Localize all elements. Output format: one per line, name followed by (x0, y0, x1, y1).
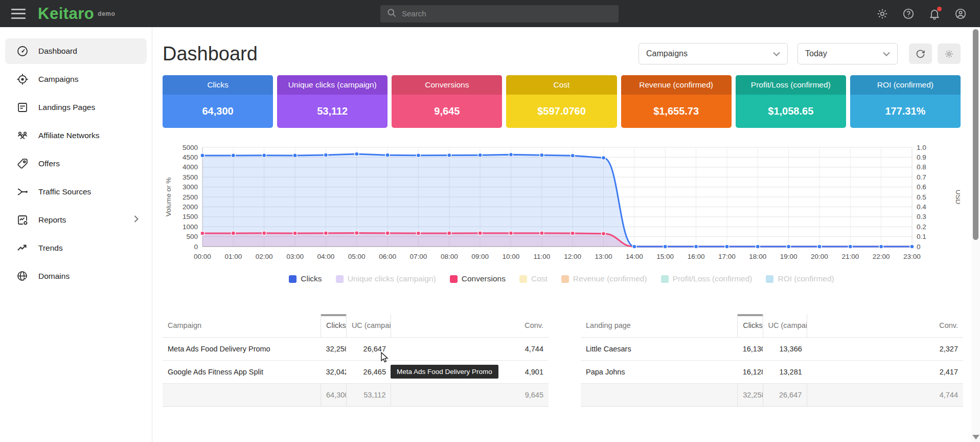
column-header-clicks[interactable]: Clicks (321, 314, 347, 337)
legend-swatch (519, 275, 527, 283)
legend-item-unique-clicks-campaign[interactable]: Unique clicks (campaign) (336, 274, 436, 283)
sidebar-item-traffic-sources[interactable]: Traffic Sources (5, 179, 147, 205)
row-value-cell: 16,130 (738, 337, 763, 360)
column-header-campaign[interactable]: Campaign (163, 314, 321, 337)
legend-item-cost[interactable]: Cost (519, 274, 548, 283)
totals-cell: 64,300 (321, 383, 347, 406)
svg-text:3500: 3500 (183, 173, 198, 181)
stat-card-conversions: Conversions9,645 (392, 75, 502, 128)
scrollbar-thumb[interactable] (973, 29, 978, 240)
legend-item-revenue-confirmed[interactable]: Revenue (confirmed) (561, 274, 647, 283)
row-value-cell: 4,744 (391, 337, 549, 360)
svg-text:15:00: 15:00 (656, 253, 674, 260)
global-search[interactable] (380, 5, 619, 23)
svg-text:2500: 2500 (183, 193, 198, 201)
svg-text:16:00: 16:00 (688, 253, 705, 260)
sidebar-item-landings-pages[interactable]: Landings Pages (5, 95, 147, 120)
svg-text:0.8: 0.8 (917, 163, 926, 171)
column-header-landing-page[interactable]: Landing page (581, 314, 738, 337)
scroll-down-arrow[interactable] (972, 435, 979, 439)
sidebar-item-label: Affiliate Networks (38, 131, 139, 140)
chart-canvas[interactable]: 005000.110000.215000.320000.425000.53000… (163, 141, 960, 267)
dashboard-settings-button[interactable] (938, 43, 961, 64)
sidebar-item-reports[interactable]: Reports (5, 207, 147, 233)
refresh-button[interactable] (909, 43, 932, 64)
sidebar-item-dashboard[interactable]: Dashboard (5, 38, 147, 64)
stat-card-profit-loss-confirmed: Profit/Loss (confirmed)$1,058.65 (736, 75, 846, 128)
row-value-cell: 26,647 (346, 337, 391, 360)
column-header-conv[interactable]: Conv. (807, 314, 963, 337)
help-icon[interactable] (902, 8, 915, 20)
sidebar-item-domains[interactable]: Domains (5, 263, 147, 289)
legend-swatch (336, 275, 344, 283)
legend-swatch (450, 275, 458, 283)
svg-text:14:00: 14:00 (626, 253, 643, 260)
legend-item-profit-loss-confirmed[interactable]: Profit/Loss (confirmed) (661, 274, 753, 283)
column-header-clicks[interactable]: Clicks (738, 314, 763, 337)
stat-cards-row: Clicks64,300Unique clicks (campaign)53,1… (163, 75, 961, 128)
legend-label: Unique clicks (campaign) (348, 274, 436, 283)
notifications-bell-icon[interactable] (928, 8, 941, 20)
svg-text:08:00: 08:00 (441, 253, 458, 260)
sidebar-item-trends[interactable]: Trends (5, 235, 147, 261)
svg-text:500: 500 (186, 233, 198, 240)
svg-text:00:00: 00:00 (194, 253, 211, 260)
grouping-select[interactable]: Campaigns (639, 43, 788, 64)
svg-text:07:00: 07:00 (410, 253, 427, 260)
stat-card-value: 64,300 (163, 95, 273, 128)
search-icon (386, 8, 397, 20)
legend-swatch (661, 275, 669, 283)
logo-suffix: demo (98, 10, 115, 17)
svg-text:20:00: 20:00 (811, 253, 828, 260)
svg-text:0: 0 (194, 243, 198, 251)
user-avatar-icon[interactable] (954, 8, 967, 20)
chevron-down-icon (876, 49, 890, 58)
date-range-select[interactable]: Today (797, 43, 898, 64)
legend-label: Profit/Loss (confirmed) (673, 274, 753, 283)
svg-text:19:00: 19:00 (780, 253, 797, 260)
stat-card-label: Clicks (163, 75, 273, 95)
svg-text:0: 0 (917, 243, 921, 251)
sidebar-item-affiliate-networks[interactable]: Affiliate Networks (5, 123, 147, 148)
row-value-cell: 2,327 (807, 337, 963, 360)
legend-item-clicks[interactable]: Clicks (289, 274, 322, 283)
dashboard-icon (16, 45, 29, 57)
sidebar-item-label: Landings Pages (38, 103, 139, 112)
chevron-down-icon (766, 49, 780, 58)
table-row[interactable]: Papa Johns16,12813,2812,417 (581, 360, 963, 383)
column-header-uc-campaign[interactable]: UC (campaign) (346, 314, 391, 337)
page-title: Dashboard (163, 43, 258, 65)
column-header-uc-campaign[interactable]: UC (campaign) (763, 314, 807, 337)
sidebar: DashboardCampaignsLandings PagesAffiliat… (0, 27, 152, 442)
sidebar-item-campaigns[interactable]: Campaigns (5, 67, 147, 92)
row-value-cell: 13,281 (763, 360, 807, 383)
svg-text:01:00: 01:00 (224, 253, 242, 260)
svg-text:Volume or %: Volume or % (165, 178, 172, 217)
svg-text:23:00: 23:00 (903, 253, 921, 260)
settings-gear-icon[interactable] (876, 8, 888, 20)
row-name-cell: Papa Johns (581, 360, 738, 383)
legend-item-roi-confirmed[interactable]: ROI (confirmed) (766, 274, 834, 283)
svg-text:2000: 2000 (183, 203, 198, 211)
stat-card-label: Cost (506, 75, 617, 95)
table-row[interactable]: Little Caesars16,13013,3662,327 (581, 337, 963, 360)
app-logo[interactable]: Keitarodemo (38, 5, 115, 23)
svg-text:0.1: 0.1 (917, 233, 926, 240)
row-value-cell: 26,465 (346, 360, 391, 383)
stat-card-value: 177.31% (850, 95, 961, 128)
menu-icon[interactable] (11, 9, 26, 19)
search-input[interactable] (402, 9, 612, 18)
totals-cell: 26,647 (763, 383, 807, 406)
traffic-chart[interactable]: 005000.110000.215000.320000.425000.53000… (163, 141, 961, 267)
hover-tooltip: Meta Ads Food Delivery Promo (391, 365, 498, 379)
landing-pages-table: Landing pageClicksUC (campaign)Conv.Litt… (581, 314, 963, 407)
stat-card-value: 9,645 (392, 95, 502, 128)
table-row[interactable]: Meta Ads Food Delivery Promo32,25826,647… (163, 337, 549, 360)
svg-text:USD: USD (954, 190, 960, 205)
chevron-right-icon (134, 215, 139, 225)
legend-item-conversions[interactable]: Conversions (450, 274, 506, 283)
sidebar-item-offers[interactable]: sOffers (5, 151, 147, 176)
stat-card-value: $1,655.73 (621, 95, 732, 128)
column-header-conv[interactable]: Conv. (391, 314, 549, 337)
svg-text:4000: 4000 (183, 163, 198, 171)
